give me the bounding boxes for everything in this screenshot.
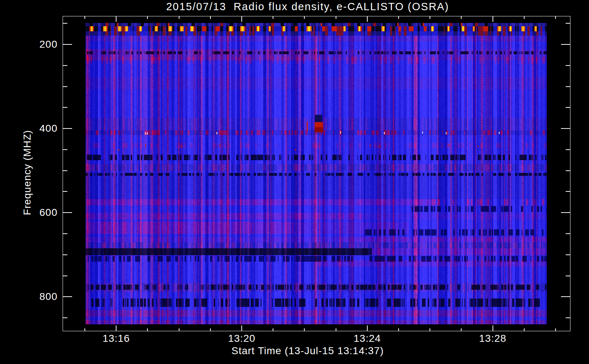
y-tick-right — [566, 233, 570, 234]
y-tick-right — [566, 254, 570, 255]
x-tick-top — [461, 16, 462, 19]
x-tick-top — [116, 16, 116, 22]
y-tick-right — [561, 128, 570, 129]
y-tick-right — [566, 107, 570, 108]
y-tick-left — [63, 107, 67, 108]
y-tick-right — [561, 212, 570, 213]
y-tick-left — [63, 212, 72, 213]
y-tick-left — [63, 276, 67, 276]
x-tick-top — [398, 16, 399, 19]
y-tick-left — [63, 296, 72, 297]
x-tick-bottom — [84, 328, 85, 331]
y-tick-right — [566, 86, 570, 87]
y-tick-right — [566, 276, 570, 276]
y-tick-left — [63, 233, 67, 234]
x-tick-top — [241, 16, 242, 22]
x-tick-bottom — [147, 328, 148, 331]
x-tick-top — [304, 16, 305, 19]
y-tick-left — [63, 128, 72, 129]
y-tick-right — [561, 44, 570, 45]
y-tick-left — [63, 254, 67, 255]
x-tick-top — [555, 16, 556, 19]
x-tick-top — [336, 16, 336, 19]
x-tick-top — [179, 16, 179, 19]
x-tick-top — [273, 16, 273, 19]
x-axis-title: Start Time (13-Jul-15 13:14:37) — [107, 345, 508, 357]
x-tick-bottom — [304, 328, 305, 331]
y-tick-right — [566, 149, 570, 150]
y-tick-left — [63, 86, 67, 87]
x-tick-label: 13:24 — [342, 333, 393, 344]
x-tick-bottom — [179, 328, 179, 331]
y-tick-right — [566, 65, 570, 66]
x-tick-bottom — [273, 328, 273, 331]
x-tick-bottom — [430, 328, 430, 331]
x-tick-label: 13:20 — [216, 333, 267, 344]
x-tick-top — [147, 16, 148, 19]
y-tick-left — [63, 149, 67, 150]
y-tick-left — [63, 317, 67, 318]
y-tick-label: 600 — [7, 207, 58, 218]
y-tick-label: 800 — [7, 291, 58, 302]
x-tick-bottom — [241, 325, 242, 331]
x-tick-bottom — [367, 325, 368, 331]
y-tick-label: 200 — [7, 39, 58, 50]
x-tick-top — [84, 16, 85, 19]
x-tick-bottom — [336, 328, 336, 331]
y-tick-left — [63, 23, 67, 24]
x-tick-top — [524, 16, 525, 19]
x-tick-top — [367, 16, 368, 22]
spectrogram-figure: 2015/07/13 Radio flux density, e-CALLIST… — [0, 0, 589, 364]
x-tick-top — [210, 16, 211, 19]
x-tick-bottom — [555, 328, 556, 331]
y-tick-left — [63, 65, 67, 66]
y-tick-right — [566, 191, 570, 192]
y-axis-title: Frequency (MHZ) — [21, 130, 33, 215]
x-tick-label: 13:16 — [91, 333, 142, 344]
x-tick-bottom — [398, 328, 399, 331]
x-tick-bottom — [493, 325, 493, 331]
y-tick-label: 400 — [7, 123, 58, 134]
plot-frame — [63, 16, 570, 331]
y-tick-right — [561, 296, 570, 297]
y-tick-right — [566, 317, 570, 318]
y-tick-left — [63, 170, 67, 171]
y-tick-right — [566, 23, 570, 24]
y-tick-left — [63, 44, 72, 45]
y-tick-left — [63, 191, 67, 192]
x-tick-top — [493, 16, 493, 22]
x-tick-bottom — [461, 328, 462, 331]
chart-title: 2015/07/13 Radio flux density, e-CALLIST… — [107, 1, 508, 13]
x-tick-label: 13:28 — [467, 333, 518, 344]
x-tick-top — [430, 16, 430, 19]
x-tick-bottom — [116, 325, 116, 331]
y-tick-right — [566, 170, 570, 171]
x-tick-bottom — [210, 328, 211, 331]
x-tick-bottom — [524, 328, 525, 331]
